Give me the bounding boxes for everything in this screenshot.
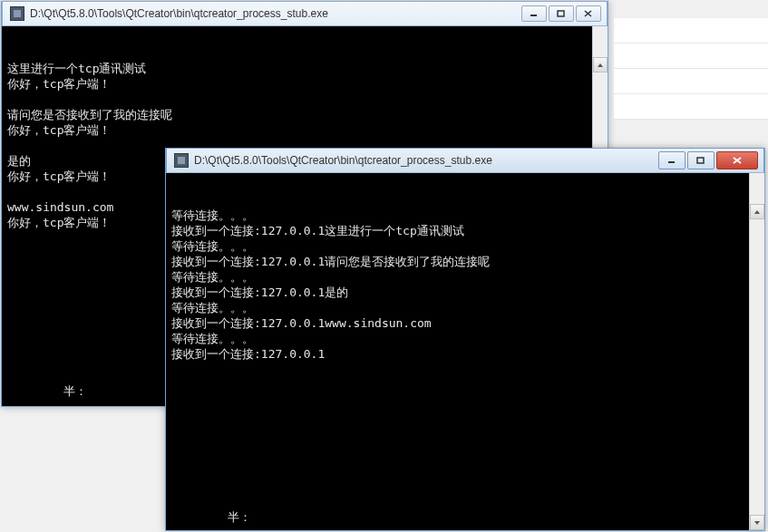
console-line: 接收到一个连接:127.0.0.1 bbox=[171, 346, 759, 362]
chevron-up-icon bbox=[753, 209, 761, 215]
window-buttons-2 bbox=[656, 151, 758, 169]
window-title-2: D:\Qt\Qt5.8.0\Tools\QtCreator\bin\qtcrea… bbox=[194, 154, 656, 167]
minimize-button[interactable] bbox=[521, 5, 547, 22]
minimize-button[interactable] bbox=[658, 151, 685, 169]
input-prompt-2[interactable]: 半： bbox=[228, 509, 251, 525]
scroll-down-button[interactable] bbox=[750, 515, 764, 530]
scrollbar-2[interactable] bbox=[749, 173, 764, 530]
console-line: 接收到一个连接:127.0.0.1是的 bbox=[171, 285, 759, 300]
titlebar-1[interactable]: D:\Qt\Qt5.8.0\Tools\QtCreator\bin\qtcrea… bbox=[2, 1, 608, 26]
console-line bbox=[7, 92, 602, 107]
titlebar-2[interactable]: D:\Qt\Qt5.8.0\Tools\QtCreator\bin\qtcrea… bbox=[166, 148, 764, 173]
svg-marker-11 bbox=[754, 521, 760, 525]
console-line: 接收到一个连接:127.0.0.1这里进行一个tcp通讯测试 bbox=[171, 223, 759, 238]
minimize-icon bbox=[667, 157, 676, 164]
maximize-icon bbox=[557, 10, 566, 17]
scroll-up-button[interactable] bbox=[593, 57, 608, 73]
maximize-button[interactable] bbox=[687, 151, 715, 169]
app-icon bbox=[174, 153, 189, 168]
svg-marker-4 bbox=[598, 63, 603, 67]
close-icon bbox=[584, 10, 593, 17]
close-button[interactable] bbox=[716, 151, 758, 169]
console-line: 请问您是否接收到了我的连接呢 bbox=[7, 107, 602, 122]
app-icon bbox=[10, 6, 24, 21]
console-line: 等待连接。。。 bbox=[171, 238, 759, 254]
minimize-icon bbox=[530, 10, 539, 17]
console-line: 接收到一个连接:127.0.0.1请问您是否接收到了我的连接呢 bbox=[171, 254, 759, 269]
maximize-button[interactable] bbox=[549, 5, 574, 22]
close-icon bbox=[732, 157, 743, 164]
close-button[interactable] bbox=[576, 5, 601, 22]
chevron-down-icon bbox=[753, 520, 761, 526]
window-title-1: D:\Qt\Qt5.8.0\Tools\QtCreator\bin\qtcrea… bbox=[30, 7, 520, 20]
scroll-up-button[interactable] bbox=[750, 204, 764, 219]
background-ruled-area bbox=[614, 18, 768, 127]
svg-marker-10 bbox=[754, 210, 760, 214]
console-line: 等待连接。。。 bbox=[171, 300, 759, 315]
window-buttons-1 bbox=[520, 5, 601, 22]
console-line: 你好，tcp客户端！ bbox=[7, 122, 602, 138]
console-line: 等待连接。。。 bbox=[171, 269, 759, 285]
svg-rect-7 bbox=[697, 158, 704, 163]
console-window-2: D:\Qt\Qt5.8.0\Tools\QtCreator\bin\qtcrea… bbox=[165, 148, 765, 531]
console-line: 等待连接。。。 bbox=[171, 208, 759, 223]
input-prompt-1[interactable]: 半： bbox=[63, 383, 87, 399]
svg-rect-1 bbox=[558, 11, 564, 16]
console-line: 你好，tcp客户端！ bbox=[7, 76, 602, 92]
console-line: 等待连接。。。 bbox=[171, 331, 759, 346]
console-line: 这里进行一个tcp通讯测试 bbox=[7, 61, 602, 76]
console-output-2: 等待连接。。。接收到一个连接:127.0.0.1这里进行一个tcp通讯测试等待连… bbox=[166, 173, 764, 530]
maximize-icon bbox=[696, 157, 705, 164]
console-line: 接收到一个连接:127.0.0.1www.sindsun.com bbox=[171, 315, 759, 331]
chevron-up-icon bbox=[597, 63, 604, 68]
